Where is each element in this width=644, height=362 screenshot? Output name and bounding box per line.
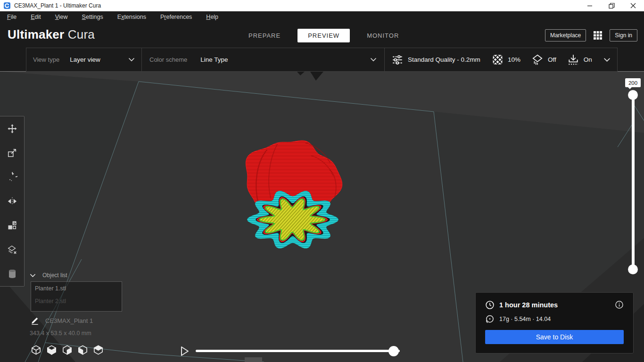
view-right-icon[interactable] <box>93 345 104 355</box>
clock-icon <box>485 300 495 310</box>
print-time: 1 hour 28 minutes <box>499 301 558 309</box>
minimize-button[interactable] <box>579 0 601 11</box>
path-slider-track[interactable] <box>196 350 400 352</box>
model-dimensions: 343.4 x 53.5 x 40.0 mm <box>30 330 91 337</box>
marketplace-button[interactable]: Marketplace <box>545 29 586 41</box>
close-button[interactable] <box>622 0 644 11</box>
logo-secondary-text: Cura <box>68 27 95 41</box>
menu-preferences[interactable]: Preferences <box>153 11 199 23</box>
rotate-tool[interactable] <box>0 165 24 189</box>
object-row-planter1[interactable]: Planter 1.stl <box>31 282 122 295</box>
layer-value-label: 200 <box>625 78 641 87</box>
view-top-icon[interactable] <box>62 345 73 355</box>
menu-settings[interactable]: Settings <box>75 11 110 23</box>
infill-icon <box>492 54 504 66</box>
applications-grid-icon[interactable] <box>593 30 603 41</box>
menu-edit[interactable]: Edit <box>24 11 48 23</box>
material-estimate-row: 17g · 5.54m · 14.04 <box>485 314 551 324</box>
infill-value: 10% <box>508 56 520 63</box>
color-scheme-dropdown[interactable]: Color scheme Line Type <box>141 48 384 71</box>
view-type-label: View type <box>33 56 59 63</box>
print-settings-panel[interactable]: Standard Quality - 0.2mm 10% Off On <box>384 48 617 71</box>
menu-view[interactable]: View <box>48 11 75 23</box>
layer-slider-bottom-handle[interactable] <box>628 264 638 274</box>
time-estimate-row: 1 hour 28 minutes <box>485 300 558 310</box>
chevron-down-icon <box>603 58 611 62</box>
view-left-icon[interactable] <box>77 345 88 355</box>
adhesion-icon <box>567 54 579 66</box>
per-model-settings-tool[interactable] <box>0 214 24 238</box>
tab-preview[interactable]: PREVIEW <box>297 29 350 42</box>
tool-panel <box>0 116 25 287</box>
mirror-tool[interactable] <box>0 189 24 213</box>
printer-name: CE3MAX_Plant 1 <box>45 317 93 324</box>
filament-spool-icon <box>485 314 495 324</box>
cylinder-tool[interactable] <box>0 262 24 286</box>
object-row-planter2[interactable]: Planter 2.stl <box>31 295 122 307</box>
chevron-down-icon <box>370 58 377 62</box>
chevron-down-icon <box>30 273 36 278</box>
tab-prepare[interactable]: PREPARE <box>238 29 291 42</box>
support-icon <box>531 53 544 66</box>
pencil-edit-icon[interactable] <box>30 316 40 325</box>
print-estimate-panel: 1 hour 28 minutes 17g · 5.54m · 14.04 Sa… <box>475 292 634 354</box>
material-usage: 17g · 5.54m · 14.04 <box>499 316 551 322</box>
menu-help[interactable]: Help <box>199 11 225 23</box>
scale-tool[interactable] <box>0 140 24 165</box>
object-list: Planter 1.stl Planter 2.stl <box>31 281 122 312</box>
object-list-title: Object list <box>42 272 67 279</box>
partial-overlay-bar <box>245 357 262 362</box>
view-3d-icon[interactable] <box>31 345 41 355</box>
support-blocker-tool[interactable] <box>0 238 24 262</box>
layer-slider-track[interactable] <box>632 95 635 270</box>
cura-app-icon <box>4 2 10 9</box>
title-bar: CE3MAX_Plant 1 - Ultimaker Cura <box>0 0 644 11</box>
restore-button[interactable] <box>601 0 622 11</box>
view-type-dropdown[interactable]: View type Layer view <box>26 48 141 71</box>
window-title: CE3MAX_Plant 1 - Ultimaker Cura <box>14 2 101 9</box>
color-scheme-value: Line Type <box>200 56 228 63</box>
stage-tabs: PREPARE PREVIEW MONITOR <box>238 29 409 42</box>
play-button[interactable] <box>180 346 190 357</box>
logo-primary: Ultimaker <box>8 27 64 41</box>
chevron-down-icon <box>128 58 135 62</box>
tab-monitor[interactable]: MONITOR <box>356 29 409 42</box>
sign-in-button[interactable]: Sign in <box>610 29 637 41</box>
window-controls <box>579 0 644 11</box>
header-right: Marketplace Sign in <box>545 29 637 41</box>
ultimaker-cura-logo: Ultimaker Cura <box>8 27 95 42</box>
adhesion-value: On <box>584 56 592 63</box>
view-front-icon[interactable] <box>46 345 57 355</box>
support-value: Off <box>548 56 556 63</box>
menu-bar: File Edit View Settings Extensions Prefe… <box>0 11 644 23</box>
save-to-disk-button[interactable]: Save to Disk <box>485 330 624 344</box>
profile-value: Standard Quality - 0.2mm <box>408 56 480 63</box>
cura-window: CE3MAX_Plant 1 - Ultimaker Cura File Edi… <box>0 0 644 362</box>
path-slider-handle[interactable] <box>388 346 399 356</box>
info-icon[interactable] <box>615 300 624 309</box>
view-type-value: Layer view <box>70 56 100 63</box>
menu-file[interactable]: File <box>0 11 24 23</box>
color-scheme-label: Color scheme <box>149 56 187 63</box>
menu-extensions[interactable]: Extensions <box>110 11 153 23</box>
move-tool[interactable] <box>0 116 24 140</box>
object-list-header[interactable]: Object list <box>30 272 67 279</box>
layer-slider-top-handle[interactable] <box>628 90 638 100</box>
tune-sliders-icon <box>391 54 404 66</box>
preview-toolbar: View type Layer view Color scheme Line T… <box>26 48 618 72</box>
printer-info: CE3MAX_Plant 1 <box>30 316 93 325</box>
camera-view-buttons <box>31 345 104 355</box>
